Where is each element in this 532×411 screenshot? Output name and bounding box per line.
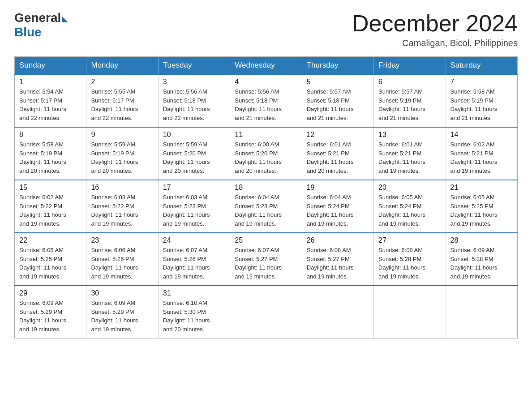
- day-info: Sunrise: 6:07 AMSunset: 5:26 PMDaylight:…: [163, 247, 210, 280]
- day-info: Sunrise: 6:09 AMSunset: 5:29 PMDaylight:…: [91, 300, 138, 333]
- day-info: Sunrise: 6:04 AMSunset: 5:23 PMDaylight:…: [235, 194, 282, 227]
- day-info: Sunrise: 6:04 AMSunset: 5:24 PMDaylight:…: [307, 194, 354, 227]
- logo: General Blue: [14, 11, 68, 39]
- week-row-3: 15 Sunrise: 6:02 AMSunset: 5:22 PMDaylig…: [15, 180, 518, 233]
- day-info: Sunrise: 6:02 AMSunset: 5:22 PMDaylight:…: [19, 194, 66, 227]
- calendar-cell: 7 Sunrise: 5:58 AMSunset: 5:19 PMDayligh…: [446, 74, 517, 127]
- day-number: 6: [378, 78, 441, 86]
- day-info: Sunrise: 5:54 AMSunset: 5:17 PMDaylight:…: [19, 88, 66, 121]
- day-number: 3: [163, 78, 225, 86]
- day-number: 14: [450, 131, 513, 139]
- day-number: 5: [307, 78, 369, 86]
- day-number: 31: [163, 289, 225, 297]
- day-number: 29: [19, 289, 82, 297]
- day-number: 30: [91, 289, 153, 297]
- day-number: 15: [19, 184, 82, 192]
- day-info: Sunrise: 6:07 AMSunset: 5:27 PMDaylight:…: [235, 247, 282, 280]
- day-info: Sunrise: 5:56 AMSunset: 5:18 PMDaylight:…: [163, 88, 210, 121]
- day-info: Sunrise: 6:01 AMSunset: 5:21 PMDaylight:…: [378, 141, 425, 174]
- day-number: 7: [450, 78, 513, 86]
- calendar-cell: 16 Sunrise: 6:03 AMSunset: 5:22 PMDaylig…: [86, 180, 158, 233]
- calendar-cell: 20 Sunrise: 6:05 AMSunset: 5:24 PMDaylig…: [374, 180, 446, 233]
- calendar-cell: 5 Sunrise: 5:57 AMSunset: 5:18 PMDayligh…: [302, 74, 373, 127]
- day-info: Sunrise: 6:03 AMSunset: 5:22 PMDaylight:…: [91, 194, 138, 227]
- calendar-cell: 17 Sunrise: 6:03 AMSunset: 5:23 PMDaylig…: [158, 180, 230, 233]
- day-number: 9: [91, 131, 153, 139]
- month-title: December 2024: [352, 11, 518, 36]
- day-number: 13: [378, 131, 441, 139]
- day-number: 26: [307, 236, 369, 244]
- week-row-4: 22 Sunrise: 6:06 AMSunset: 5:25 PMDaylig…: [15, 233, 518, 286]
- day-info: Sunrise: 6:00 AMSunset: 5:20 PMDaylight:…: [235, 141, 282, 174]
- calendar-cell: 6 Sunrise: 5:57 AMSunset: 5:19 PMDayligh…: [374, 74, 446, 127]
- header-row: SundayMondayTuesdayWednesdayThursdayFrid…: [15, 57, 518, 75]
- header-saturday: Saturday: [446, 57, 517, 75]
- day-info: Sunrise: 6:05 AMSunset: 5:24 PMDaylight:…: [378, 194, 425, 227]
- day-number: 8: [19, 131, 82, 139]
- day-number: 24: [163, 236, 225, 244]
- header-wednesday: Wednesday: [230, 57, 302, 75]
- day-info: Sunrise: 6:10 AMSunset: 5:30 PMDaylight:…: [163, 300, 210, 333]
- calendar-cell: 8 Sunrise: 5:58 AMSunset: 5:19 PMDayligh…: [15, 127, 86, 180]
- logo-general-text: General: [14, 11, 61, 25]
- calendar-cell: [374, 286, 446, 338]
- week-row-1: 1 Sunrise: 5:54 AMSunset: 5:17 PMDayligh…: [15, 74, 518, 127]
- day-info: Sunrise: 6:06 AMSunset: 5:25 PMDaylight:…: [19, 247, 66, 280]
- day-info: Sunrise: 5:57 AMSunset: 5:18 PMDaylight:…: [307, 88, 354, 121]
- day-number: 1: [19, 78, 82, 86]
- day-number: 2: [91, 78, 153, 86]
- day-info: Sunrise: 6:09 AMSunset: 5:29 PMDaylight:…: [19, 300, 66, 333]
- week-row-2: 8 Sunrise: 5:58 AMSunset: 5:19 PMDayligh…: [15, 127, 518, 180]
- day-info: Sunrise: 5:58 AMSunset: 5:19 PMDaylight:…: [19, 141, 66, 174]
- day-number: 17: [163, 184, 225, 192]
- header-tuesday: Tuesday: [158, 57, 230, 75]
- day-number: 27: [378, 236, 441, 244]
- header-thursday: Thursday: [302, 57, 373, 75]
- calendar-cell: [446, 286, 517, 338]
- day-number: 20: [378, 184, 441, 192]
- day-number: 4: [235, 78, 297, 86]
- day-number: 23: [91, 236, 153, 244]
- calendar-cell: 14 Sunrise: 6:02 AMSunset: 5:21 PMDaylig…: [446, 127, 517, 180]
- calendar-cell: 11 Sunrise: 6:00 AMSunset: 5:20 PMDaylig…: [230, 127, 302, 180]
- calendar-cell: [302, 286, 373, 338]
- day-info: Sunrise: 6:05 AMSunset: 5:25 PMDaylight:…: [450, 194, 498, 227]
- calendar-header: SundayMondayTuesdayWednesdayThursdayFrid…: [15, 57, 518, 75]
- page-header: General Blue December 2024 Camaligan, Bi…: [14, 11, 518, 48]
- calendar-cell: 12 Sunrise: 6:01 AMSunset: 5:21 PMDaylig…: [302, 127, 373, 180]
- week-row-5: 29 Sunrise: 6:09 AMSunset: 5:29 PMDaylig…: [15, 286, 518, 338]
- day-number: 12: [307, 131, 369, 139]
- day-number: 21: [450, 184, 513, 192]
- calendar-cell: 31 Sunrise: 6:10 AMSunset: 5:30 PMDaylig…: [158, 286, 230, 338]
- calendar-cell: 24 Sunrise: 6:07 AMSunset: 5:26 PMDaylig…: [158, 233, 230, 286]
- header-sunday: Sunday: [15, 57, 86, 75]
- day-info: Sunrise: 5:59 AMSunset: 5:19 PMDaylight:…: [91, 141, 138, 174]
- calendar-cell: [230, 286, 302, 338]
- calendar-cell: 22 Sunrise: 6:06 AMSunset: 5:25 PMDaylig…: [15, 233, 86, 286]
- calendar-cell: 25 Sunrise: 6:07 AMSunset: 5:27 PMDaylig…: [230, 233, 302, 286]
- header-monday: Monday: [86, 57, 158, 75]
- location-subtitle: Camaligan, Bicol, Philippines: [352, 38, 518, 48]
- calendar-cell: 23 Sunrise: 6:06 AMSunset: 5:26 PMDaylig…: [86, 233, 158, 286]
- calendar-cell: 21 Sunrise: 6:05 AMSunset: 5:25 PMDaylig…: [446, 180, 517, 233]
- day-info: Sunrise: 5:59 AMSunset: 5:20 PMDaylight:…: [163, 141, 210, 174]
- day-info: Sunrise: 6:09 AMSunset: 5:28 PMDaylight:…: [450, 247, 498, 280]
- day-info: Sunrise: 6:08 AMSunset: 5:28 PMDaylight:…: [378, 247, 425, 280]
- day-number: 22: [19, 236, 82, 244]
- calendar-cell: 1 Sunrise: 5:54 AMSunset: 5:17 PMDayligh…: [15, 74, 86, 127]
- day-number: 11: [235, 131, 297, 139]
- calendar-table: SundayMondayTuesdayWednesdayThursdayFrid…: [14, 56, 518, 338]
- calendar-cell: 3 Sunrise: 5:56 AMSunset: 5:18 PMDayligh…: [158, 74, 230, 127]
- day-info: Sunrise: 5:55 AMSunset: 5:17 PMDaylight:…: [91, 88, 138, 121]
- day-number: 16: [91, 184, 153, 192]
- day-info: Sunrise: 6:06 AMSunset: 5:26 PMDaylight:…: [91, 247, 138, 280]
- day-number: 18: [235, 184, 297, 192]
- day-info: Sunrise: 6:02 AMSunset: 5:21 PMDaylight:…: [450, 141, 498, 174]
- calendar-cell: 15 Sunrise: 6:02 AMSunset: 5:22 PMDaylig…: [15, 180, 86, 233]
- calendar-cell: 18 Sunrise: 6:04 AMSunset: 5:23 PMDaylig…: [230, 180, 302, 233]
- day-info: Sunrise: 5:57 AMSunset: 5:19 PMDaylight:…: [378, 88, 425, 121]
- calendar-cell: 10 Sunrise: 5:59 AMSunset: 5:20 PMDaylig…: [158, 127, 230, 180]
- calendar-cell: 13 Sunrise: 6:01 AMSunset: 5:21 PMDaylig…: [374, 127, 446, 180]
- calendar-cell: 2 Sunrise: 5:55 AMSunset: 5:17 PMDayligh…: [86, 74, 158, 127]
- day-number: 10: [163, 131, 225, 139]
